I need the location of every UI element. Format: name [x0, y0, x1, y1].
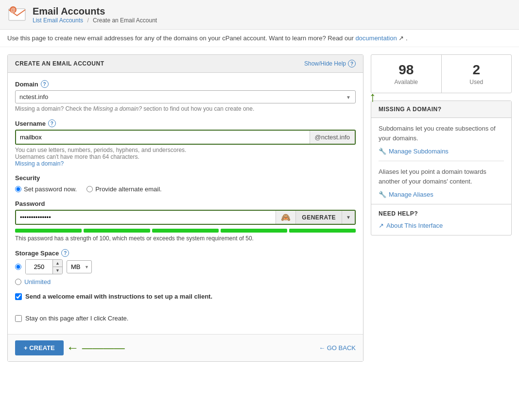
username-hint3: Missing a domain?: [15, 160, 356, 167]
used-label: Used: [447, 79, 507, 85]
page-description: Use this page to create new email addres…: [0, 30, 519, 47]
missing-domain-link[interactable]: Missing a domain?: [15, 160, 64, 167]
storage-spin-down[interactable]: ▼: [53, 267, 62, 274]
username-hint1: You can use letters, numbers, periods, h…: [15, 147, 356, 153]
missing-domain-box: MISSING A DOMAIN? Subdomains let you cre…: [371, 101, 512, 235]
breadcrumb-list-link[interactable]: List Email Accounts: [33, 17, 83, 24]
password-input-row: 🙈 GENERATE ▼: [15, 210, 356, 225]
documentation-link[interactable]: documentation: [355, 34, 397, 42]
security-option2-label[interactable]: Provide alternate email.: [86, 185, 162, 193]
right-panel: 98 Available 2 Used MISSING A DOMAIN? Su…: [371, 54, 512, 362]
need-help-section: NEED HELP? ↗ About This Interface: [371, 204, 511, 235]
welcome-email-text: Send a welcome email with instructions t…: [25, 293, 212, 300]
storage-radio-unlimited[interactable]: [15, 279, 21, 285]
stay-on-page-label[interactable]: Stay on this page after I click Create.: [25, 315, 128, 322]
go-back-link[interactable]: ← GO BACK: [319, 344, 356, 352]
available-stat: 98 Available: [371, 55, 442, 93]
create-arrow-body: ————: [82, 342, 125, 354]
password-group: Password 🙈 GENERATE ▼: [15, 200, 356, 242]
used-count: 2: [447, 62, 507, 78]
welcome-email-checkbox[interactable]: [15, 293, 22, 300]
create-button[interactable]: + CREATE: [15, 340, 64, 355]
generate-dropdown-btn[interactable]: ▼: [342, 211, 355, 224]
strength-seg3: [152, 229, 219, 233]
panel-body: Domain ? nctest.info ↑ Missing a domain?…: [8, 73, 363, 312]
create-arrow-icon: ←: [67, 340, 79, 355]
manage-subdomains-link[interactable]: 🔧 Manage Subdomains: [379, 148, 504, 155]
breadcrumb-separator: /: [87, 17, 88, 24]
strength-text: This password has a strength of 100, whi…: [15, 235, 356, 242]
strength-bar: [15, 229, 356, 233]
username-group: Username ? @nctest.info You can use lett…: [15, 119, 356, 167]
username-input-row: @nctest.info: [15, 130, 356, 145]
username-help-icon[interactable]: ?: [48, 119, 56, 127]
available-label: Available: [376, 79, 436, 85]
used-stat: 2 Used: [442, 55, 512, 93]
about-interface-link[interactable]: ↗ About This Interface: [379, 222, 504, 229]
svg-text:@: @: [11, 7, 16, 13]
unlimited-option: Unlimited: [15, 278, 356, 286]
missing-domain-title: MISSING A DOMAIN?: [379, 106, 504, 113]
breadcrumb-current: Create an Email Account: [93, 17, 157, 24]
missing-domain-header: MISSING A DOMAIN?: [371, 101, 511, 118]
strength-seg5: [289, 229, 356, 233]
page-header: @ Email Accounts List Email Accounts / C…: [0, 0, 519, 30]
manage-aliases-link[interactable]: 🔧 Manage Aliases: [379, 191, 504, 198]
domain-select-wrapper: nctest.info ↑: [15, 90, 356, 103]
password-input[interactable]: [16, 211, 276, 224]
panel-footer: + CREATE ← ———— ← GO BACK: [8, 334, 363, 361]
domain-arrow-icon: ↑: [369, 89, 376, 105]
available-count: 98: [376, 62, 436, 78]
password-toggle-btn[interactable]: 🙈: [276, 211, 295, 224]
username-suffix: @nctest.info: [310, 131, 355, 144]
stats-box: 98 Available 2 Used: [371, 54, 512, 93]
missing-domain-body: Subdomains let you create subsections of…: [371, 118, 511, 204]
panel-header: CREATE AN EMAIL ACCOUNT Show/Hide Help ?: [8, 55, 363, 73]
security-option1-label[interactable]: Set password now.: [15, 185, 77, 193]
username-hint2: Usernames can't have more than 64 charac…: [15, 153, 356, 160]
storage-unit-select[interactable]: MB GB: [67, 260, 92, 273]
security-radio1[interactable]: [15, 186, 21, 192]
external-icon: ↗: [379, 222, 384, 229]
domain-select[interactable]: nctest.info: [15, 90, 356, 103]
storage-group: Storage Space ? ▲ ▼: [15, 249, 356, 286]
missing-domain-text2: Aliases let you point a domain towards a…: [379, 167, 504, 186]
storage-input-row: ▲ ▼ MB GB: [15, 259, 356, 274]
panel-title: CREATE AN EMAIL ACCOUNT: [15, 60, 104, 67]
help-circle-icon: ?: [348, 60, 356, 67]
need-help-title: NEED HELP?: [379, 210, 504, 217]
info-divider: [379, 161, 504, 161]
breadcrumb: List Email Accounts / Create an Email Ac…: [33, 17, 157, 24]
username-input[interactable]: [16, 131, 310, 144]
security-radio2[interactable]: [86, 186, 93, 192]
eye-icon: 🙈: [281, 213, 291, 222]
storage-number-wrap: ▲ ▼: [25, 259, 63, 274]
wrench-icon2: 🔧: [379, 191, 386, 198]
storage-spinners: ▲ ▼: [52, 260, 62, 274]
stay-on-page-checkbox[interactable]: [15, 315, 22, 322]
welcome-email-label[interactable]: Send a welcome email with instructions t…: [25, 293, 212, 300]
unlimited-label[interactable]: Unlimited: [24, 278, 51, 286]
missing-domain-text1: Subdomains let you create subsections of…: [379, 124, 504, 143]
email-icon: @: [7, 5, 27, 24]
security-group: Security Set password now. Provide alter…: [15, 174, 356, 193]
stay-on-page-section: Stay on this page after I click Create.: [8, 312, 363, 334]
storage-label: Storage Space ?: [15, 249, 356, 257]
storage-help-icon[interactable]: ?: [61, 249, 69, 257]
header-text-area: Email Accounts List Email Accounts / Cre…: [33, 6, 157, 24]
storage-radio-fixed[interactable]: [15, 264, 21, 270]
security-label: Security: [15, 174, 356, 182]
generate-button[interactable]: GENERATE: [295, 211, 342, 224]
storage-number-input[interactable]: [26, 260, 52, 274]
username-label: Username ?: [15, 119, 356, 127]
password-label: Password: [15, 200, 356, 207]
username-hints: You can use letters, numbers, periods, h…: [15, 147, 356, 167]
page-title: Email Accounts: [33, 6, 157, 17]
unit-select-wrap: MB GB: [67, 260, 92, 273]
domain-help-icon[interactable]: ?: [41, 80, 49, 88]
storage-spin-up[interactable]: ▲: [53, 260, 62, 267]
show-hide-help-text: Show/Hide Help: [304, 60, 346, 67]
domain-group: Domain ? nctest.info ↑ Missing a domain?…: [15, 80, 356, 112]
show-hide-help-link[interactable]: Show/Hide Help ?: [304, 60, 356, 67]
security-radio-group: Set password now. Provide alternate emai…: [15, 185, 356, 193]
